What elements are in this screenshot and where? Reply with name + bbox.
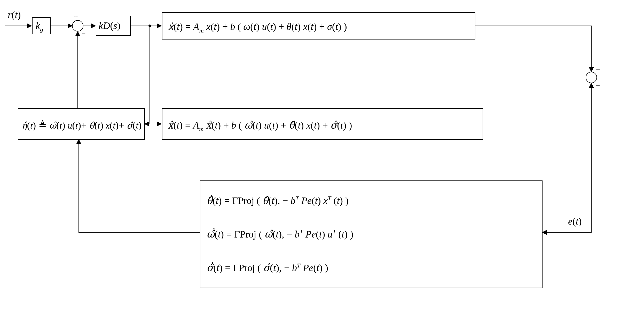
wire-u-predictor (150, 26, 161, 124)
block-diagram: + − + − r(t) kg kD(s) ẋ(t) = Am x(t) + b… (0, 0, 644, 316)
label-r: r(t) (8, 9, 21, 20)
label-predictor: x̂̇(t) = Am x̂(t) + b ( ω̂(t) u(t) + θ̂(… (168, 120, 352, 132)
sum1-plus: + (74, 12, 78, 20)
sum1-minus: − (82, 29, 86, 37)
sum2 (586, 72, 597, 83)
sum2-minus: − (596, 81, 600, 89)
label-kds: kD(s) (99, 20, 120, 31)
label-plant: ẋ(t) = Am x(t) + b ( ω(t) u(t) + θ(t) x(… (168, 21, 347, 34)
label-law-theta: θ̂̇(t) = ΓProj ( θ̂(t), − bT Pe(t) xT (t… (207, 194, 349, 206)
wire-e-laws (542, 83, 591, 232)
sum2-plus: + (596, 65, 600, 73)
label-e: e(t) (568, 216, 582, 227)
wire-laws-eta (79, 139, 200, 232)
label-law-sigma: σ̂̇(t) = ΓProj ( σ̂(t), − bT Pe(t) ) (207, 262, 328, 273)
label-eta: η̂(t) ≜ ω̂(t) u(t)+ θ̂(t) x(t)+ σ̂(t) (22, 120, 142, 131)
wire-plant-sum2 (475, 26, 591, 72)
label-law-omega: ω̂̇(t) = ΓProj ( ω̂(t), − bT Pe(t) uT (t… (207, 228, 353, 240)
wire-predictor-sum2 (483, 83, 591, 124)
